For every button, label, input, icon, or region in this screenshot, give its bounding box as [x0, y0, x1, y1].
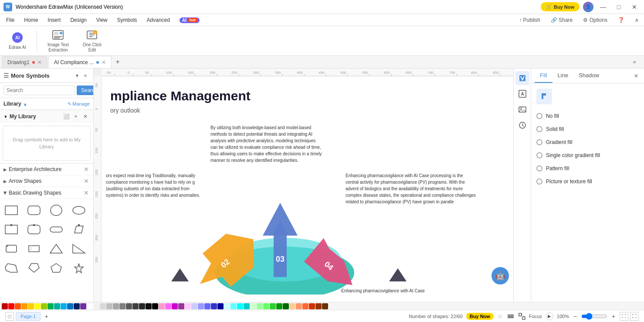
enterprise-architecture-section-header[interactable]: ▶ Enterprise Architecture ✕ — [0, 164, 93, 175]
fill-panel-close[interactable]: ✕ — [632, 72, 641, 80]
color-swatch[interactable] — [2, 303, 8, 309]
color-swatch[interactable] — [54, 303, 60, 309]
color-swatch[interactable] — [244, 303, 250, 309]
help-button[interactable]: ❓ — [614, 16, 628, 24]
color-swatch[interactable] — [250, 303, 256, 309]
page-tab[interactable]: Page-1 — [16, 312, 41, 321]
shape-star[interactable] — [70, 259, 88, 277]
canvas-content[interactable]: mpliance Management ory outlook ors expe… — [102, 76, 513, 302]
fill-option-picture[interactable]: Picture or texture fill — [531, 175, 644, 188]
basic-drawing-shapes-header[interactable]: ▶ Basic Drawing Shapes ✕ — [0, 187, 93, 199]
zoom-out-button[interactable]: − — [571, 312, 580, 321]
search-button[interactable]: Search — [77, 86, 94, 95]
color-swatch[interactable] — [270, 303, 276, 309]
enterprise-arch-close[interactable]: ✕ — [83, 166, 90, 173]
arrow-shapes-close[interactable]: ✕ — [83, 178, 90, 185]
color-swatch[interactable] — [204, 303, 210, 309]
buy-now-button[interactable]: 🛒 Buy Now — [541, 2, 580, 11]
manage-button[interactable]: ✎ Manage — [68, 101, 90, 107]
fill-option-single-gradient[interactable]: Single color gradient fill — [531, 149, 644, 162]
search-input[interactable] — [3, 86, 75, 95]
zoom-slider[interactable] — [581, 313, 607, 320]
shape-pentagon[interactable] — [47, 259, 65, 277]
fill-option-no-fill[interactable]: No fill — [531, 110, 644, 123]
play-button[interactable]: ▶ — [546, 312, 553, 320]
minimize-button[interactable]: — — [597, 3, 609, 11]
color-swatch[interactable] — [217, 303, 224, 309]
page-icon[interactable]: □ — [5, 312, 14, 321]
color-swatch[interactable] — [87, 303, 93, 309]
color-swatch[interactable] — [74, 303, 80, 309]
fill-option-gradient[interactable]: Gradient fill — [531, 136, 644, 149]
color-swatch[interactable] — [322, 303, 328, 309]
color-swatch[interactable] — [126, 303, 132, 309]
menu-file[interactable]: File — [2, 15, 19, 25]
tab-drawing1[interactable]: Drawing1 ✕ — [2, 56, 47, 68]
shape-scroll[interactable] — [3, 240, 20, 257]
shape-pill[interactable] — [47, 221, 65, 238]
shape-rect-diamond[interactable] — [3, 221, 20, 238]
share-button[interactable]: 🔗 Share — [547, 16, 576, 24]
color-swatch[interactable] — [139, 303, 145, 309]
color-swatch[interactable] — [80, 303, 86, 309]
color-swatch[interactable] — [146, 303, 152, 309]
text-icon-btn[interactable]: A — [515, 87, 529, 101]
zoom-in-button[interactable]: + — [609, 312, 618, 321]
color-swatch[interactable] — [315, 303, 322, 309]
color-swatch[interactable] — [34, 303, 41, 309]
my-library-close-btn[interactable]: ✕ — [81, 112, 90, 121]
tab-ai-compliance-close[interactable]: ✕ — [102, 59, 106, 65]
tab-add-button[interactable]: + — [112, 57, 123, 67]
basic-shapes-close[interactable]: ✕ — [83, 189, 90, 196]
publish-button[interactable]: ↑ Publish — [515, 16, 544, 24]
my-library-add-btn[interactable]: + — [71, 112, 80, 121]
maximize-button[interactable]: □ — [613, 3, 625, 11]
image-text-extraction-button[interactable]: T Image TextExtraction — [44, 27, 72, 55]
color-swatch[interactable] — [113, 303, 119, 309]
image-icon-btn[interactable] — [515, 103, 529, 116]
menu-symbols[interactable]: Symbols — [113, 15, 142, 25]
color-swatch[interactable] — [119, 303, 125, 309]
user-avatar[interactable]: 👤 — [583, 2, 593, 12]
fill-icon-btn[interactable] — [515, 71, 529, 85]
color-swatch[interactable] — [211, 303, 217, 309]
color-swatch[interactable] — [172, 303, 178, 309]
color-swatch[interactable] — [230, 303, 237, 309]
menu-insert[interactable]: Insert — [43, 15, 65, 25]
my-library-export-btn[interactable]: ⬜ — [62, 112, 71, 121]
color-swatch[interactable] — [309, 303, 315, 309]
panel-collapse-button[interactable]: « — [81, 71, 90, 80]
color-swatch[interactable] — [276, 303, 282, 309]
color-swatch[interactable] — [257, 303, 263, 309]
menu-view[interactable]: View — [92, 15, 112, 25]
status-buy-now[interactable]: Buy Now — [466, 313, 494, 320]
focus-label[interactable]: Focus — [529, 314, 542, 319]
tab-drawing1-close[interactable]: ✕ — [37, 59, 42, 65]
color-swatch[interactable] — [93, 303, 99, 309]
color-swatch[interactable] — [198, 303, 204, 309]
add-page-button[interactable]: + — [42, 312, 50, 320]
fill-option-solid[interactable]: Solid fill — [531, 123, 644, 136]
color-swatch[interactable] — [61, 303, 67, 309]
shape-circle[interactable] — [47, 202, 65, 219]
color-swatch[interactable] — [224, 303, 230, 309]
fit-page-button[interactable]: ⛶ — [620, 312, 628, 321]
fill-option-pattern[interactable]: Pattern fill — [531, 162, 644, 175]
color-swatch[interactable] — [100, 303, 106, 309]
one-click-edit-button[interactable]: ✎ One ClickEdit — [79, 27, 105, 55]
color-swatch[interactable] — [21, 303, 27, 309]
color-swatch[interactable] — [67, 303, 73, 309]
shadow-tab[interactable]: Shadow — [573, 69, 604, 83]
color-swatch[interactable] — [178, 303, 184, 309]
shape-rounded-rect[interactable] — [25, 202, 43, 219]
shape-ellipse[interactable] — [70, 202, 88, 219]
fill-tab[interactable]: Fill — [535, 69, 552, 83]
menu-advanced[interactable]: Advanced — [142, 15, 174, 25]
fit-button[interactable] — [519, 313, 525, 320]
shape-rounded-diamond[interactable] — [25, 221, 43, 238]
color-swatch[interactable] — [185, 303, 191, 309]
edraw-ai-button[interactable]: AI Edraw AI — [5, 30, 30, 52]
color-swatch[interactable] — [283, 303, 289, 309]
menu-home[interactable]: Home — [20, 15, 42, 25]
line-tab[interactable]: Line — [552, 69, 574, 83]
